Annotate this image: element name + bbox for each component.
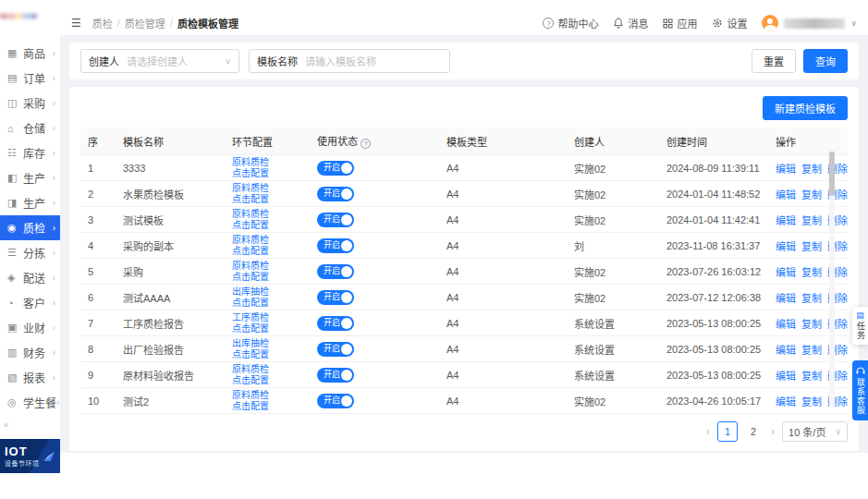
sidebar-item-库存[interactable]: ☷库存› (0, 140, 60, 165)
sidebar-item-业财[interactable]: ▣业财› (0, 315, 60, 340)
action-编辑[interactable]: 编辑 (776, 371, 796, 382)
action-编辑[interactable]: 编辑 (776, 319, 796, 330)
stage-link[interactable]: 工序质检 (232, 312, 302, 323)
status-toggle[interactable]: 开启 (317, 368, 354, 383)
sidebar-item-仓储[interactable]: ⌂仓储› (0, 116, 60, 140)
delivery-icon: ◈ (7, 272, 20, 284)
action-复制[interactable]: 复制 (801, 267, 822, 278)
stage-link[interactable]: 原料质检 (232, 157, 302, 168)
action-编辑[interactable]: 编辑 (776, 267, 796, 278)
sidebar-item-学生餐[interactable]: ◎学生餐› (0, 390, 60, 415)
sidebar-collapse-arrow[interactable]: « (4, 420, 9, 430)
next-page-button[interactable]: › (771, 425, 775, 438)
action-编辑[interactable]: 编辑 (776, 345, 796, 356)
action-复制[interactable]: 复制 (801, 293, 822, 304)
configure-link[interactable]: 点击配置 (232, 375, 302, 386)
row-index: 2 (80, 181, 116, 207)
configure-link[interactable]: 点击配置 (232, 168, 302, 179)
scrollbar-thumb[interactable] (829, 152, 835, 196)
configure-link[interactable]: 点击配置 (232, 220, 302, 231)
action-复制[interactable]: 复制 (801, 215, 822, 226)
apps-button[interactable]: 应用 (663, 16, 697, 30)
status-toggle[interactable]: 开启 (317, 316, 354, 331)
production-icon: ◧ (7, 172, 20, 184)
breadcrumb-item[interactable]: 质检管理 (125, 16, 165, 30)
stage-config-cell: 原料质检点击配置 (225, 155, 310, 181)
table-scrollbar[interactable] (829, 151, 835, 408)
action-编辑[interactable]: 编辑 (776, 189, 796, 201)
breadcrumb-item[interactable]: 质检 (92, 16, 113, 30)
configure-link[interactable]: 点击配置 (232, 272, 302, 283)
page-size-select[interactable]: 10 条/页 ∨ (782, 421, 848, 442)
inventory-icon: ☷ (7, 147, 20, 159)
action-复制[interactable]: 复制 (801, 164, 822, 175)
stage-link[interactable]: 原料质检 (232, 364, 302, 375)
action-复制[interactable]: 复制 (801, 189, 822, 201)
status-toggle[interactable]: 开启 (317, 213, 354, 227)
sidebar-item-商品[interactable]: ▦商品› (0, 41, 60, 66)
sidebar-item-采购[interactable]: ◫采购› (0, 91, 60, 116)
configure-link[interactable]: 点击配置 (232, 323, 302, 335)
stage-link[interactable]: 原料质检 (232, 261, 302, 272)
status-toggle[interactable]: 开启 (317, 161, 354, 176)
settings-label: 设置 (727, 16, 747, 30)
stage-link[interactable]: 原料质检 (232, 235, 302, 246)
creator-select[interactable]: 创建人 请选择创建人 ∨ (80, 49, 239, 73)
messages-button[interactable]: 消息 (613, 16, 648, 30)
configure-link[interactable]: 点击配置 (232, 298, 302, 309)
action-复制[interactable]: 复制 (801, 319, 822, 330)
stage-link[interactable]: 原料质检 (232, 209, 302, 220)
action-复制[interactable]: 复制 (801, 371, 822, 382)
prev-page-button[interactable]: ‹ (706, 425, 710, 438)
action-编辑[interactable]: 编辑 (776, 396, 796, 408)
sidebar-item-分拣[interactable]: ☰分拣› (0, 240, 60, 265)
action-复制[interactable]: 复制 (801, 241, 822, 252)
status-toggle[interactable]: 开启 (317, 238, 354, 253)
status-toggle[interactable]: 开启 (317, 290, 354, 305)
status-toggle[interactable]: 开启 (317, 264, 354, 279)
table-row: 5采购原料质检点击配置开启A4实施022023-07-26 16:03:12编辑… (80, 259, 848, 285)
help-icon[interactable]: ? (361, 139, 371, 149)
sidebar-item-报表[interactable]: ▧报表› (0, 365, 60, 390)
stage-link[interactable]: 原料质检 (232, 390, 302, 401)
search-button[interactable]: 查询 (803, 49, 848, 73)
status-toggle[interactable]: 开启 (317, 342, 354, 357)
stage-link[interactable]: 原料质检 (232, 183, 302, 194)
page-button-1[interactable]: 1 (717, 421, 738, 442)
new-template-button[interactable]: 新建质检模板 (763, 96, 848, 120)
reset-button[interactable]: 重置 (752, 49, 796, 73)
template-name-input[interactable]: 模板名称 请输入模板名称 (249, 49, 450, 73)
template-name: 出厂检验报告 (116, 336, 225, 362)
sidebar-toggle-icon[interactable]: ☰ (71, 17, 81, 30)
action-复制[interactable]: 复制 (801, 345, 822, 356)
sidebar-item-订单[interactable]: ▤订单› (0, 66, 60, 91)
configure-link[interactable]: 点击配置 (232, 349, 302, 360)
sidebar-item-生产[interactable]: ◧生产› (0, 165, 60, 190)
sidebar-item-财务[interactable]: ▥财务› (0, 340, 60, 365)
template-name-placeholder: 请输入模板名称 (305, 54, 442, 68)
sidebar-item-生产[interactable]: ◨生产› (0, 190, 60, 215)
action-编辑[interactable]: 编辑 (776, 164, 796, 175)
row-actions: 编辑复制删除 (768, 207, 848, 233)
status-toggle[interactable]: 开启 (317, 394, 354, 408)
stage-link[interactable]: 出库抽检 (232, 338, 302, 349)
brand-subtitle: 设备节环境 (5, 460, 40, 467)
user-menu[interactable]: ∨ (762, 15, 857, 31)
customer-service-float-button[interactable]: 联系客服 (852, 360, 868, 420)
action-编辑[interactable]: 编辑 (776, 293, 796, 304)
stage-link[interactable]: 出库抽检 (232, 286, 302, 298)
configure-link[interactable]: 点击配置 (232, 246, 302, 257)
page-button-2[interactable]: 2 (743, 421, 764, 442)
sidebar-item-配送[interactable]: ◈配送› (0, 265, 60, 290)
action-复制[interactable]: 复制 (801, 396, 822, 408)
help-center-button[interactable]: ? 帮助中心 (543, 16, 598, 30)
action-编辑[interactable]: 编辑 (776, 215, 796, 226)
configure-link[interactable]: 点击配置 (232, 401, 302, 412)
tasks-float-button[interactable]: ▤ 任务 (852, 307, 868, 345)
action-编辑[interactable]: 编辑 (776, 241, 796, 252)
status-toggle[interactable]: 开启 (317, 187, 354, 201)
configure-link[interactable]: 点击配置 (232, 194, 302, 205)
settings-button[interactable]: 设置 (712, 16, 747, 30)
sidebar-item-质检[interactable]: ◉质检› (0, 215, 60, 240)
sidebar-item-客户[interactable]: ◔客户› (0, 290, 60, 315)
